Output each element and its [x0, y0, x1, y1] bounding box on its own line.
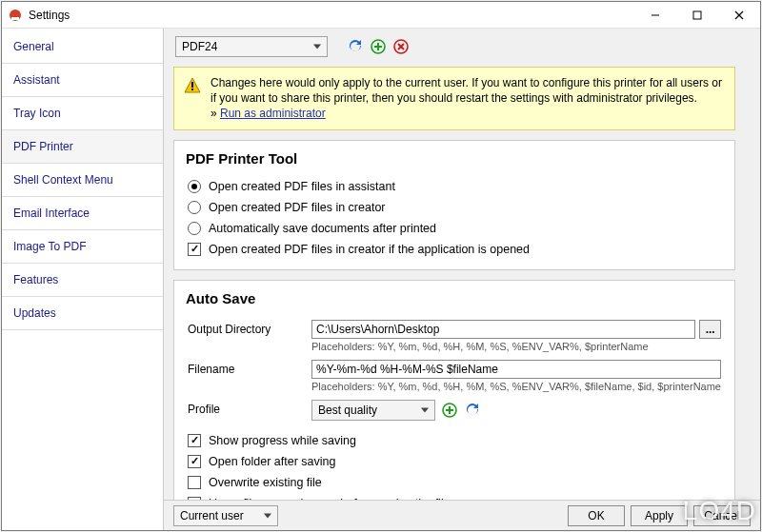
scope-select-value: Current user [180, 509, 244, 522]
profile-select[interactable]: Best quality [311, 400, 435, 421]
panel-auto-save: Auto Save Output Directory ... Placehold… [173, 280, 735, 500]
sidebar-item-label: Updates [13, 306, 56, 320]
profile-refresh-icon[interactable] [464, 402, 481, 419]
printer-toolbar: PDF24 [164, 29, 760, 63]
radio-open-in-assistant[interactable] [188, 180, 201, 193]
printer-select[interactable]: PDF24 [175, 36, 328, 57]
add-icon[interactable] [370, 38, 387, 55]
check-filename-chooser[interactable] [188, 497, 201, 500]
svg-rect-3 [693, 11, 701, 19]
radio-label: Open created PDF files in assistant [209, 180, 395, 193]
sidebar-item-features[interactable]: Features [2, 264, 163, 297]
filename-input[interactable] [311, 360, 721, 379]
sidebar-item-label: PDF Printer [13, 140, 73, 153]
svg-rect-14 [191, 89, 193, 90]
sidebar-item-shell-context-menu[interactable]: Shell Context Menu [2, 164, 163, 197]
panel-heading: PDF Printer Tool [186, 150, 723, 167]
radio-open-in-creator[interactable] [188, 201, 201, 214]
delete-icon[interactable] [392, 38, 410, 55]
sidebar-item-label: Tray Icon [13, 107, 61, 120]
alert-text: Changes here would only apply to the cur… [211, 76, 722, 105]
content-scroll[interactable]: Changes here would only apply to the cur… [171, 63, 752, 500]
check-label: Overwrite existing file [209, 476, 322, 489]
close-button[interactable] [718, 2, 760, 29]
radio-label: Open created PDF files in creator [209, 201, 386, 214]
sidebar-item-label: Image To PDF [13, 240, 86, 253]
window-title: Settings [29, 9, 70, 22]
run-as-admin-link[interactable]: Run as administrator [220, 107, 326, 120]
footer: Current user OK Apply Cancel [164, 500, 760, 530]
check-label: Open created PDF files in creator if the… [209, 243, 530, 256]
filename-label: Filename [188, 360, 302, 376]
panel-pdf-printer-tool: PDF Printer Tool Open created PDF files … [173, 140, 735, 270]
alert-link-prefix: » [211, 107, 220, 120]
minimize-button[interactable] [634, 2, 676, 29]
check-open-folder[interactable] [188, 455, 201, 468]
sidebar-item-updates[interactable]: Updates [2, 297, 163, 330]
sidebar-item-assistant[interactable]: Assistant [2, 64, 163, 97]
radio-label: Automatically save documents after print… [209, 222, 436, 235]
profile-label: Profile [188, 400, 302, 416]
panel-heading: Auto Save [186, 290, 723, 306]
radio-auto-save[interactable] [188, 222, 201, 235]
apply-button[interactable]: Apply [631, 505, 688, 526]
output-dir-hint: Placeholders: %Y, %m, %d, %H, %M, %S, %E… [311, 341, 721, 352]
sidebar: General Assistant Tray Icon PDF Printer … [2, 29, 164, 530]
warning-icon [184, 77, 201, 94]
sidebar-item-image-to-pdf[interactable]: Image To PDF [2, 230, 163, 264]
check-label: Use a file name chooser before saving th… [209, 497, 451, 500]
check-show-progress[interactable] [188, 434, 201, 447]
maximize-button[interactable] [676, 2, 718, 29]
admin-alert: Changes here would only apply to the cur… [173, 67, 735, 130]
app-icon [8, 8, 23, 23]
sidebar-item-pdf-printer[interactable]: PDF Printer [2, 130, 163, 164]
cancel-button[interactable]: Cancel [693, 505, 751, 526]
printer-select-value: PDF24 [182, 40, 217, 53]
output-dir-input[interactable] [311, 320, 695, 339]
output-dir-label: Output Directory [188, 320, 302, 336]
check-label: Show progress while saving [209, 434, 356, 447]
sidebar-item-label: General [13, 40, 54, 53]
check-open-in-creator-if-open[interactable] [188, 243, 201, 256]
ok-button[interactable]: OK [568, 505, 625, 526]
sidebar-item-label: Features [13, 273, 58, 286]
sidebar-item-tray-icon[interactable]: Tray Icon [2, 97, 163, 130]
sidebar-item-email-interface[interactable]: Email Interface [2, 197, 163, 230]
check-label: Open folder after saving [209, 455, 335, 468]
sidebar-item-label: Email Interface [13, 207, 90, 220]
scope-select[interactable]: Current user [173, 505, 278, 526]
profile-select-value: Best quality [318, 404, 377, 417]
refresh-icon[interactable] [347, 38, 364, 55]
check-overwrite[interactable] [188, 476, 201, 489]
titlebar: Settings [2, 2, 760, 29]
sidebar-item-label: Assistant [13, 73, 60, 87]
profile-add-icon[interactable] [441, 402, 458, 419]
scrollbar-thumb[interactable] [740, 120, 752, 291]
browse-button[interactable]: ... [699, 320, 721, 339]
sidebar-item-general[interactable]: General [2, 30, 163, 64]
svg-rect-13 [191, 82, 193, 88]
filename-hint: Placeholders: %Y, %m, %d, %H, %M, %S, %E… [311, 381, 721, 392]
sidebar-item-label: Shell Context Menu [13, 173, 113, 187]
svg-rect-1 [11, 17, 19, 20]
scrollbar-track[interactable] [739, 63, 752, 500]
